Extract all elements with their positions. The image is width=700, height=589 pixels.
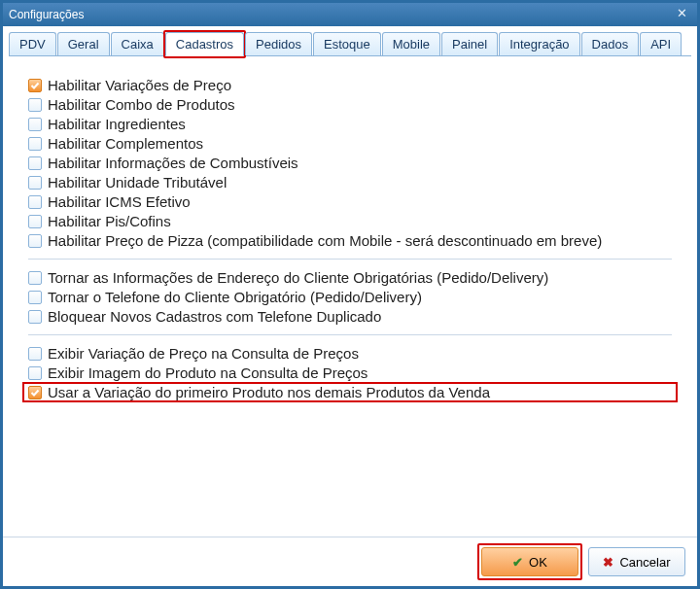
checkbox[interactable] (28, 347, 42, 361)
checkbox[interactable] (28, 195, 42, 209)
option-label: Habilitar ICMS Efetivo (48, 193, 191, 210)
option-label: Habilitar Complementos (48, 135, 203, 152)
checkbox[interactable] (28, 118, 42, 131)
tab-painel[interactable]: Painel (441, 32, 498, 55)
separator (28, 259, 672, 260)
option-label: Habilitar Preço de Pizza (compatibilidad… (48, 232, 602, 249)
tab-pedidos[interactable]: Pedidos (245, 32, 312, 55)
option-row: Exibir Imagem do Produto na Consulta de … (28, 364, 672, 381)
cancel-button[interactable]: ✖ Cancelar (588, 547, 685, 576)
option-row: Habilitar Complementos (28, 135, 672, 152)
checkbox[interactable] (28, 98, 42, 112)
tab-pdv[interactable]: PDV (9, 32, 56, 55)
option-label: Bloquear Novos Cadastros com Telefone Du… (48, 308, 381, 325)
checkbox[interactable] (28, 176, 42, 190)
cancel-label: Cancelar (619, 555, 670, 570)
tabs: PDVGeralCaixaCadastrosPedidosEstoqueMobi… (9, 32, 691, 56)
option-label: Habilitar Pis/Cofins (48, 213, 171, 229)
option-label: Habilitar Unidade Tributável (48, 174, 227, 191)
option-row: Habilitar Ingredientes (28, 116, 672, 132)
option-label: Habilitar Variações de Preço (48, 77, 231, 93)
option-row: Habilitar Pis/Cofins (28, 213, 672, 229)
option-label: Tornar o Telefone do Cliente Obrigatório… (48, 289, 422, 305)
close-icon[interactable]: ✕ (672, 7, 691, 22)
option-row: Usar a Variação do primeiro Produto nos … (28, 384, 672, 400)
checkbox[interactable] (28, 386, 42, 399)
option-row: Tornar o Telefone do Cliente Obrigatório… (28, 289, 672, 305)
option-label: Exibir Variação de Preço na Consulta de … (48, 345, 359, 362)
ok-button[interactable]: ✔ OK (481, 547, 578, 576)
option-row: Habilitar ICMS Efetivo (28, 193, 672, 210)
tab-geral[interactable]: Geral (57, 32, 110, 55)
option-row: Habilitar Preço de Pizza (compatibilidad… (28, 232, 672, 249)
option-row: Habilitar Informações de Combustíveis (28, 155, 672, 171)
ok-label: OK (529, 555, 547, 570)
option-label: Exibir Imagem do Produto na Consulta de … (48, 364, 368, 381)
option-label: Habilitar Ingredientes (48, 116, 186, 132)
option-label: Usar a Variação do primeiro Produto nos … (48, 384, 490, 400)
option-row: Exibir Variação de Preço na Consulta de … (28, 345, 672, 362)
tab-dados[interactable]: Dados (581, 32, 640, 55)
checkbox[interactable] (28, 137, 42, 151)
checkbox[interactable] (28, 156, 42, 170)
tab-integração[interactable]: Integração (499, 32, 579, 55)
option-row: Tornar as Informações de Endereço do Cli… (28, 269, 672, 286)
option-row: Habilitar Combo de Produtos (28, 96, 672, 113)
checkbox[interactable] (28, 234, 42, 248)
option-label: Habilitar Informações de Combustíveis (48, 155, 298, 171)
separator (28, 334, 672, 335)
tab-estoque[interactable]: Estoque (313, 32, 381, 55)
option-label: Habilitar Combo de Produtos (48, 96, 235, 113)
window-title: Configurações (9, 8, 672, 21)
option-row: Habilitar Variações de Preço (28, 77, 672, 93)
checkbox[interactable] (28, 215, 42, 228)
checkbox[interactable] (28, 291, 42, 304)
option-row: Bloquear Novos Cadastros com Telefone Du… (28, 308, 672, 325)
tab-mobile[interactable]: Mobile (382, 32, 440, 55)
tab-cadastros[interactable]: Cadastros (165, 32, 244, 56)
checkbox[interactable] (28, 366, 42, 380)
option-label: Tornar as Informações de Endereço do Cli… (48, 269, 548, 286)
tabs-container: PDVGeralCaixaCadastrosPedidosEstoqueMobi… (3, 26, 697, 56)
x-icon: ✖ (603, 555, 613, 570)
checkbox[interactable] (28, 310, 42, 324)
titlebar: Configurações ✕ (3, 3, 697, 26)
tab-content: Habilitar Variações de PreçoHabilitar Co… (3, 56, 697, 537)
tab-api[interactable]: API (640, 32, 682, 55)
check-icon: ✔ (512, 555, 523, 570)
checkbox[interactable] (28, 271, 42, 285)
footer: ✔ OK ✖ Cancelar (3, 537, 697, 586)
config-window: Configurações ✕ PDVGeralCaixaCadastrosPe… (0, 0, 700, 589)
option-row: Habilitar Unidade Tributável (28, 174, 672, 191)
tab-caixa[interactable]: Caixa (111, 32, 164, 55)
checkbox[interactable] (28, 79, 42, 92)
